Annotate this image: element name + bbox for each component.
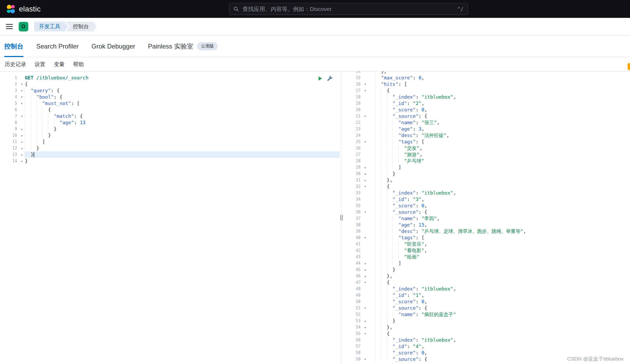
line-number: 34 (343, 196, 362, 203)
input-code-line[interactable]: 8 "age": 13 (0, 119, 340, 126)
fold-toggle-icon[interactable]: ▾ (362, 87, 368, 94)
history-button[interactable]: 历史记录 (5, 61, 26, 68)
code-text: "must_not": [ (25, 100, 340, 107)
code-text: } (25, 132, 340, 139)
fold-toggle-icon[interactable]: ▾ (362, 356, 368, 362)
fold-gutter-spacer (362, 119, 368, 126)
output-code-line: 55▾ { (343, 330, 630, 337)
beta-badge: 公测版 (197, 42, 218, 50)
code-text: "name": "疯狂的蓝盒子" (368, 311, 630, 318)
help-button[interactable]: 帮助 (73, 61, 84, 68)
space-avatar[interactable]: D (19, 22, 28, 31)
breadcrumb-dev-tools[interactable]: 开发工具 (34, 22, 68, 31)
code-text: "交友", (368, 145, 630, 151)
tab-painless-lab[interactable]: Painless 实验室 公测版 (148, 35, 218, 57)
fold-toggle-icon[interactable]: ▾ (362, 305, 368, 311)
output-code-line: 45▴ } (343, 266, 630, 273)
fold-gutter-spacer (362, 190, 368, 196)
fold-toggle-icon[interactable]: ▾ (19, 113, 25, 119)
input-code-line[interactable]: 7▾ "match": { (0, 113, 340, 119)
code-text: { (368, 330, 630, 337)
global-search-bar[interactable]: ^/ (229, 3, 468, 15)
search-input[interactable] (242, 6, 454, 13)
input-code-line[interactable]: 3▾ "query": { (0, 87, 340, 94)
fold-toggle-icon[interactable]: ▾ (19, 94, 25, 100)
line-number: 28 (343, 158, 362, 164)
fold-toggle-icon[interactable]: ▾ (362, 209, 368, 215)
input-code-line[interactable]: 12▴ } (0, 145, 340, 151)
tab-search-profiler[interactable]: Search Profiler (36, 35, 79, 57)
output-code-line: 40▾ "tags": [ (343, 234, 630, 241)
fold-toggle-icon[interactable]: ▴ (362, 177, 368, 183)
fold-gutter-spacer (362, 151, 368, 158)
breadcrumb-bar: D 开发工具 控制台 (0, 18, 630, 35)
input-code-line[interactable]: 14▴} (0, 158, 340, 164)
console-toolbar: 历史记录 设置 变量 帮助 (0, 57, 630, 71)
output-code-line: 56 "_index": "itbluebox", (343, 337, 630, 343)
breadcrumb-console[interactable]: 控制台 (66, 22, 97, 31)
variables-button[interactable]: 变量 (54, 61, 65, 68)
code-text: } (368, 318, 630, 324)
fold-toggle-icon[interactable]: ▴ (362, 164, 368, 171)
elastic-home-link[interactable]: elastic (6, 5, 41, 14)
fold-toggle-icon[interactable]: ▴ (19, 139, 25, 145)
fold-toggle-icon[interactable]: ▴ (19, 132, 25, 139)
settings-button[interactable]: 设置 (35, 61, 45, 68)
line-number: 26 (343, 145, 362, 151)
fold-toggle-icon[interactable]: ▾ (19, 100, 25, 107)
fold-toggle-icon[interactable]: ▾ (19, 87, 25, 94)
request-options-button[interactable] (327, 76, 333, 81)
fold-toggle-icon[interactable]: ▴ (362, 171, 368, 177)
panel-resizer[interactable] (340, 71, 343, 364)
fold-toggle-icon[interactable]: ▴ (19, 145, 25, 151)
fold-toggle-icon[interactable]: ▾ (362, 234, 368, 241)
line-number: 2 (0, 81, 19, 87)
input-code-line[interactable]: 4▾ "bool": { (0, 94, 340, 100)
input-code-line[interactable]: 10▴ } (0, 132, 340, 139)
fold-toggle-icon[interactable]: ▾ (362, 139, 368, 145)
tab-console[interactable]: 控制台 (4, 35, 23, 57)
fold-gutter-spacer (362, 241, 368, 247)
output-code-line: 47▾ { (343, 279, 630, 286)
console-input-panel[interactable]: 1GET /itbluebox/_search2▾{3▾ "query": {4… (0, 71, 340, 364)
input-code-line[interactable]: 6 { (0, 107, 340, 113)
code-text: "tags": [ (368, 139, 630, 145)
code-text: "_index": "itbluebox", (368, 337, 630, 343)
tab-label: Grok Debugger (92, 43, 135, 50)
input-code-line[interactable]: 1GET /itbluebox/_search (0, 75, 340, 81)
code-text: "age": 15, (368, 222, 630, 228)
fold-toggle-icon[interactable]: ▴ (19, 151, 25, 158)
fold-toggle-icon[interactable]: ▴ (362, 324, 368, 330)
fold-toggle-icon[interactable]: ▴ (19, 158, 25, 164)
fold-toggle-icon[interactable]: ▴ (362, 260, 368, 266)
input-code-line[interactable]: 13▴ } (0, 151, 340, 158)
fold-toggle-icon[interactable]: ▾ (362, 279, 368, 286)
code-text: }, (368, 324, 630, 330)
input-code-line[interactable]: 9▴ } (0, 126, 340, 132)
fold-toggle-icon[interactable]: ▾ (19, 81, 25, 87)
input-code-line[interactable]: 5▾ "must_not": [ (0, 100, 340, 107)
code-text: "name": "李四", (368, 215, 630, 222)
output-code-line: 31▴ }, (343, 177, 630, 183)
fold-toggle-icon[interactable]: ▾ (362, 113, 368, 119)
fold-gutter-spacer (362, 145, 368, 151)
send-request-button[interactable] (317, 76, 323, 81)
output-code-line: 32▾ { (343, 183, 630, 190)
edge-button-fragment[interactable] (628, 63, 630, 70)
input-code-line[interactable]: 11▴ ] (0, 139, 340, 145)
fold-toggle-icon[interactable]: ▴ (362, 273, 368, 279)
fold-toggle-icon[interactable]: ▴ (362, 318, 368, 324)
line-number: 18 (343, 94, 362, 100)
fold-toggle-icon[interactable]: ▴ (19, 126, 25, 132)
code-text: { (368, 183, 630, 190)
fold-toggle-icon[interactable]: ▴ (362, 266, 368, 273)
fold-toggle-icon[interactable]: ▾ (362, 81, 368, 87)
line-number: 6 (0, 107, 19, 113)
line-number: 59 (343, 356, 362, 362)
fold-toggle-icon[interactable]: ▾ (362, 183, 368, 190)
tab-grok-debugger[interactable]: Grok Debugger (92, 35, 135, 57)
line-number: 20 (343, 107, 362, 113)
fold-toggle-icon[interactable]: ▾ (362, 330, 368, 337)
input-code-line[interactable]: 2▾{ (0, 81, 340, 87)
menu-button[interactable] (6, 24, 13, 29)
